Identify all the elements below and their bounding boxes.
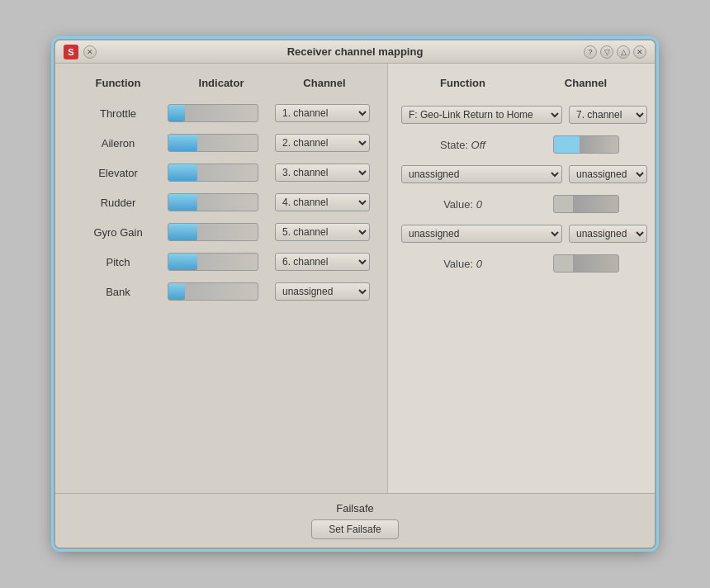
app-logo: S: [64, 45, 78, 59]
indicator-gyro-gain: [168, 223, 258, 241]
window-title: Receiver channel mapping: [287, 45, 424, 58]
value-label-2: Value: 0: [401, 258, 524, 270]
state-value: Off: [471, 139, 485, 151]
ch-select-1[interactable]: 7. channel unassigned 1. channel 2. chan…: [569, 106, 647, 124]
titlebar: S ✕ Receiver channel mapping ? ▽ △ ✕: [55, 40, 655, 64]
failsafe-label: Failsafe: [336, 502, 374, 514]
right-func-channel-row-3: unassigned F: Geo-Link Return to Home F:…: [401, 225, 647, 243]
row-gyro-gain: Gyro Gain 5. channel unassigned 1. chann…: [69, 223, 374, 241]
right-func-channel-row-2: unassigned F: Geo-Link Return to Home F:…: [401, 165, 647, 183]
ch-select-2[interactable]: unassigned 1. channel 2. channel: [569, 165, 647, 183]
label-aileron: Aileron: [69, 137, 168, 149]
func-select-2[interactable]: unassigned F: Geo-Link Return to Home F:…: [401, 165, 562, 183]
row-throttle: Throttle 1. channel unassigned 2. channe…: [69, 104, 374, 122]
label-elevator: Elevator: [69, 167, 168, 179]
value-label-1: Value: 0: [401, 198, 524, 211]
channel-select-gyro-gain[interactable]: 5. channel unassigned 1. channel 2. chan…: [275, 223, 370, 241]
left-panel: Function Indicator Channel Throttle 1. c…: [55, 64, 388, 493]
right-func-channel-row-1: F: Geo-Link Return to Home unassigned F:…: [401, 106, 647, 124]
channel-select-pitch[interactable]: 6. channel unassigned 1. channel 2. chan…: [275, 253, 370, 271]
maximize-button[interactable]: △: [617, 45, 630, 59]
main-content: Function Indicator Channel Throttle 1. c…: [55, 64, 655, 493]
close-button-right[interactable]: ✕: [633, 45, 646, 59]
right-col-channel-header: Channel: [524, 77, 647, 89]
set-failsafe-button[interactable]: Set Failsafe: [311, 519, 398, 539]
channel-select-rudder[interactable]: 4. channel unassigned 1. channel 2. chan…: [275, 193, 370, 211]
indicator-aileron: [168, 134, 258, 152]
right-col-function-header: Function: [401, 77, 524, 89]
state-toggle[interactable]: [553, 135, 619, 154]
value-2: 0: [476, 258, 482, 270]
minimize-button[interactable]: ▽: [600, 45, 613, 59]
indicator-rudder: [168, 193, 258, 211]
row-pitch: Pitch 6. channel unassigned 1. channel 2…: [69, 253, 374, 271]
channel-select-aileron[interactable]: 2. channel unassigned 1. channel 3. chan…: [275, 134, 370, 152]
label-pitch: Pitch: [69, 256, 168, 268]
channel-select-throttle[interactable]: 1. channel unassigned 2. channel 3. chan…: [275, 104, 370, 122]
channel-select-bank[interactable]: unassigned 1. channel 2. channel 3. chan…: [275, 282, 370, 301]
label-throttle: Throttle: [69, 107, 168, 120]
col-channel-header: Channel: [275, 77, 374, 89]
state-row: State: Off: [401, 135, 647, 154]
row-bank: Bank unassigned 1. channel 2. channel 3.…: [69, 282, 374, 301]
label-rudder: Rudder: [69, 197, 168, 209]
func-select-1[interactable]: F: Geo-Link Return to Home unassigned F:…: [401, 106, 562, 124]
value-bar-1[interactable]: [553, 195, 619, 213]
channel-select-elevator[interactable]: 3. channel unassigned 1. channel 2. chan…: [275, 164, 370, 182]
indicator-elevator: [168, 164, 258, 182]
indicator-pitch: [168, 253, 258, 271]
close-button[interactable]: ✕: [83, 45, 97, 59]
row-elevator: Elevator 3. channel unassigned 1. channe…: [69, 164, 374, 182]
main-window: S ✕ Receiver channel mapping ? ▽ △ ✕ Fun…: [54, 39, 656, 549]
value-bar-2[interactable]: [553, 254, 619, 273]
indicator-throttle: [168, 104, 258, 122]
ch-select-3[interactable]: unassigned 1. channel 2. channel: [569, 225, 647, 243]
col-indicator-header: Indicator: [168, 77, 275, 89]
row-aileron: Aileron 2. channel unassigned 1. channel…: [69, 134, 374, 152]
bottom-panel: Failsafe Set Failsafe: [55, 493, 655, 548]
value-row-2: Value: 0: [401, 254, 647, 273]
help-button[interactable]: ?: [584, 45, 597, 59]
col-function-header: Function: [69, 77, 168, 89]
func-select-3[interactable]: unassigned F: Geo-Link Return to Home F:…: [401, 225, 562, 243]
label-gyro-gain: Gyro Gain: [69, 226, 168, 239]
state-label: State: Off: [401, 139, 524, 151]
left-header: Function Indicator Channel: [69, 77, 374, 94]
indicator-bank: [168, 282, 258, 301]
row-rudder: Rudder 4. channel unassigned 1. channel …: [69, 193, 374, 211]
value-row-1: Value: 0: [401, 195, 647, 213]
value-1: 0: [476, 198, 482, 211]
right-header: Function Channel: [401, 77, 647, 94]
label-bank: Bank: [69, 286, 168, 298]
right-panel: Function Channel F: Geo-Link Return to H…: [388, 64, 656, 493]
